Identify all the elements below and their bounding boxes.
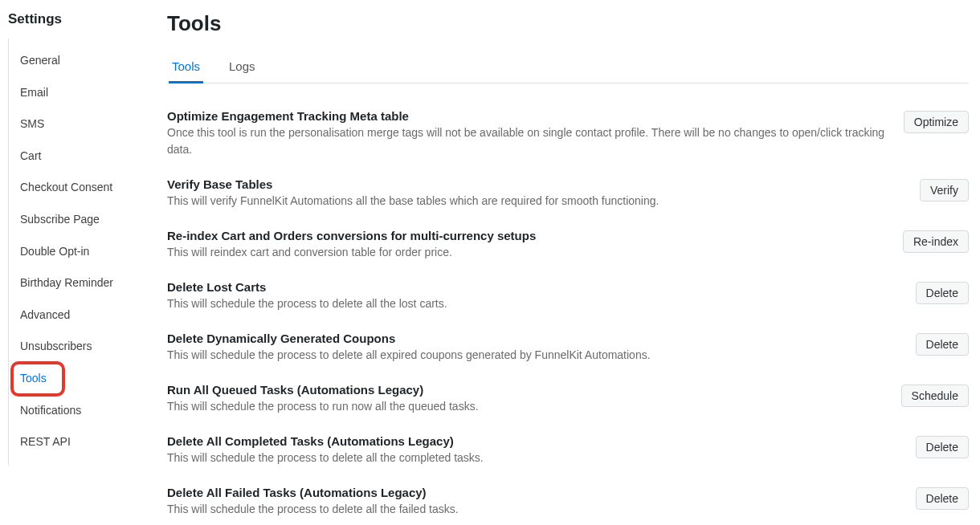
tool-list: Optimize Engagement Tracking Meta table … xyxy=(167,83,969,525)
tab-logs[interactable]: Logs xyxy=(226,55,259,83)
tool-row: Delete All Completed Tasks (Automations … xyxy=(167,425,969,476)
tool-desc: This will schedule the process to delete… xyxy=(167,347,900,364)
delete-completed-tasks-button[interactable]: Delete xyxy=(916,436,969,458)
tool-info: Delete All Failed Tasks (Automations Leg… xyxy=(167,486,916,518)
sidebar-item-tools[interactable]: Tools xyxy=(9,363,153,395)
sidebar-item-birthday-reminder[interactable]: Birthday Reminder xyxy=(9,267,153,299)
tool-title: Run All Queued Tasks (Automations Legacy… xyxy=(167,383,885,397)
sidebar-item-unsubscribers[interactable]: Unsubscribers xyxy=(9,331,153,363)
tool-action: Delete xyxy=(916,280,969,304)
page-title: Tools xyxy=(167,11,969,36)
tool-title: Re-index Cart and Orders conversions for… xyxy=(167,229,887,242)
tool-desc: This will schedule the process to delete… xyxy=(167,501,900,518)
tool-info: Run All Queued Tasks (Automations Legacy… xyxy=(167,383,901,415)
tool-action: Verify xyxy=(920,177,969,201)
tool-title: Delete All Completed Tasks (Automations … xyxy=(167,434,900,448)
tool-action: Delete xyxy=(916,434,969,458)
tool-row: Verify Base Tables This will verify Funn… xyxy=(167,168,969,219)
reindex-button[interactable]: Re-index xyxy=(903,230,969,253)
tool-action: Optimize xyxy=(904,109,969,133)
sidebar-item-sms[interactable]: SMS xyxy=(9,108,153,140)
sidebar-item-notifications[interactable]: Notifications xyxy=(9,395,153,427)
tool-info: Delete All Completed Tasks (Automations … xyxy=(167,434,916,466)
tool-title: Verify Base Tables xyxy=(167,177,904,191)
sidebar-item-rest-api[interactable]: REST API xyxy=(9,426,153,458)
tool-action: Schedule xyxy=(901,383,969,407)
tool-info: Re-index Cart and Orders conversions for… xyxy=(167,229,903,261)
tool-desc: This will schedule the process to delete… xyxy=(167,295,900,312)
tool-info: Delete Lost Carts This will schedule the… xyxy=(167,280,916,312)
tool-desc: Once this tool is run the personalisatio… xyxy=(167,124,888,158)
tool-row: Re-index Cart and Orders conversions for… xyxy=(167,219,969,271)
sidebar-item-advanced[interactable]: Advanced xyxy=(9,299,153,332)
tool-title: Delete Lost Carts xyxy=(167,280,900,294)
settings-sidebar: Settings General Email SMS Cart Checkout… xyxy=(0,0,153,525)
main-content: Tools Tools Logs Optimize Engagement Tra… xyxy=(153,0,980,525)
sidebar-title: Settings xyxy=(8,11,153,39)
tool-info: Optimize Engagement Tracking Meta table … xyxy=(167,109,904,158)
tool-desc: This will schedule the process to delete… xyxy=(167,450,900,466)
tool-row: Delete Lost Carts This will schedule the… xyxy=(167,271,969,322)
tool-desc: This will verify FunnelKit Automations a… xyxy=(167,193,904,210)
tool-info: Verify Base Tables This will verify Funn… xyxy=(167,177,920,210)
delete-failed-tasks-button[interactable]: Delete xyxy=(916,487,969,510)
tool-title: Delete All Failed Tasks (Automations Leg… xyxy=(167,486,900,499)
sidebar-item-checkout-consent[interactable]: Checkout Consent xyxy=(9,172,153,204)
sidebar-item-general[interactable]: General xyxy=(9,45,153,77)
tool-row: Delete All Failed Tasks (Automations Leg… xyxy=(167,476,969,525)
delete-coupons-button[interactable]: Delete xyxy=(916,333,969,356)
optimize-button[interactable]: Optimize xyxy=(904,111,969,133)
tabs: Tools Logs xyxy=(167,54,969,83)
sidebar-list: General Email SMS Cart Checkout Consent … xyxy=(8,39,153,465)
tool-title: Delete Dynamically Generated Coupons xyxy=(167,332,900,345)
tool-desc: This will schedule the process to run no… xyxy=(167,398,885,415)
tool-action: Delete xyxy=(916,486,969,510)
tab-tools[interactable]: Tools xyxy=(169,55,203,83)
tool-title: Optimize Engagement Tracking Meta table xyxy=(167,109,888,123)
sidebar-item-double-opt-in[interactable]: Double Opt-in xyxy=(9,236,153,268)
tool-info: Delete Dynamically Generated Coupons Thi… xyxy=(167,332,916,364)
delete-lost-carts-button[interactable]: Delete xyxy=(916,282,969,304)
tool-action: Re-index xyxy=(903,229,969,253)
tool-desc: This will reindex cart and conversion ta… xyxy=(167,244,887,261)
sidebar-item-email[interactable]: Email xyxy=(9,77,153,109)
verify-button[interactable]: Verify xyxy=(920,179,969,201)
sidebar-item-cart[interactable]: Cart xyxy=(9,140,153,173)
schedule-button[interactable]: Schedule xyxy=(901,385,969,407)
tool-row: Run All Queued Tasks (Automations Legacy… xyxy=(167,373,969,425)
tool-row: Delete Dynamically Generated Coupons Thi… xyxy=(167,322,969,373)
tool-row: Optimize Engagement Tracking Meta table … xyxy=(167,100,969,168)
tool-action: Delete xyxy=(916,332,969,356)
sidebar-item-subscribe-page[interactable]: Subscribe Page xyxy=(9,204,153,236)
